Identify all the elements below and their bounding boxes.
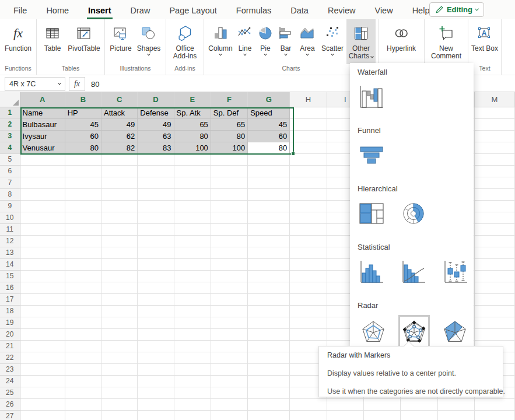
row-header[interactable]: 5 [0, 154, 20, 166]
cell[interactable] [174, 411, 211, 420]
cell[interactable] [290, 201, 327, 212]
row-header[interactable]: 27 [0, 411, 20, 420]
cell[interactable]: 49 [101, 119, 138, 131]
row-header[interactable]: 12 [0, 236, 20, 247]
cell[interactable] [248, 352, 290, 364]
cell[interactable] [248, 399, 290, 411]
cell[interactable] [65, 317, 101, 329]
cell[interactable] [20, 306, 65, 317]
cell[interactable] [290, 294, 327, 306]
cell[interactable] [211, 399, 248, 411]
cell[interactable] [211, 329, 248, 341]
cell[interactable] [20, 236, 65, 247]
cell[interactable] [248, 329, 290, 341]
cell[interactable] [290, 119, 327, 131]
cell[interactable] [65, 399, 101, 411]
cell[interactable] [20, 177, 65, 189]
cell[interactable] [174, 166, 211, 177]
pareto-chart-option[interactable] [400, 259, 428, 287]
row-header[interactable]: 13 [0, 247, 20, 259]
cell[interactable] [174, 341, 211, 352]
cell[interactable] [174, 154, 211, 166]
cell[interactable]: 82 [101, 142, 138, 154]
sunburst-chart-option[interactable] [400, 201, 428, 229]
cell[interactable]: 80 [65, 142, 101, 154]
cell[interactable] [65, 177, 101, 189]
scatter-chart-button[interactable]: Scatter [318, 19, 346, 64]
cell[interactable]: Sp. Atk [174, 107, 211, 119]
cell[interactable] [475, 142, 515, 154]
column-header[interactable]: B [65, 92, 101, 107]
tab-view[interactable]: View [373, 0, 394, 19]
cell[interactable] [20, 376, 65, 387]
cell[interactable] [290, 271, 327, 282]
cell[interactable] [138, 294, 174, 306]
row-header[interactable]: 20 [0, 329, 20, 341]
cell[interactable] [138, 329, 174, 341]
column-header[interactable]: G [248, 92, 290, 107]
pie-chart-button[interactable]: Pie [255, 19, 275, 64]
funnel-chart-option[interactable] [358, 142, 386, 170]
cell[interactable] [20, 411, 65, 420]
cell[interactable] [138, 341, 174, 352]
insert-function-button[interactable]: fx [69, 77, 85, 91]
cell[interactable] [138, 154, 174, 166]
row-header[interactable]: 9 [0, 201, 20, 212]
cell[interactable] [101, 294, 138, 306]
cell[interactable] [174, 387, 211, 399]
cell[interactable] [101, 271, 138, 282]
name-box[interactable]: 4R x 7C [5, 77, 65, 91]
cell[interactable] [248, 154, 290, 166]
cell[interactable] [211, 282, 248, 294]
row-header[interactable]: 8 [0, 189, 20, 201]
cell[interactable] [65, 271, 101, 282]
cell[interactable] [138, 177, 174, 189]
cell[interactable] [101, 364, 138, 376]
new-comment-button[interactable]: New Comment [427, 19, 465, 64]
tab-review[interactable]: Review [327, 0, 357, 19]
cell[interactable] [20, 154, 65, 166]
cell[interactable] [248, 201, 290, 212]
cell[interactable]: 63 [138, 131, 174, 142]
cell[interactable] [20, 224, 65, 236]
cell[interactable] [174, 224, 211, 236]
cell[interactable] [248, 294, 290, 306]
cell[interactable]: 60 [65, 131, 101, 142]
cell[interactable] [475, 201, 515, 212]
cell[interactable] [248, 411, 290, 420]
cell[interactable] [20, 329, 65, 341]
cell[interactable] [65, 236, 101, 247]
tab-file[interactable]: File [12, 0, 28, 19]
cell[interactable] [174, 399, 211, 411]
cell[interactable] [65, 189, 101, 201]
cell[interactable] [101, 212, 138, 224]
row-header[interactable]: 24 [0, 376, 20, 387]
formula-input[interactable]: 80 [91, 75, 99, 93]
cell[interactable] [20, 166, 65, 177]
cell[interactable]: 62 [101, 131, 138, 142]
cell[interactable] [20, 247, 65, 259]
cell[interactable]: 65 [211, 119, 248, 131]
cell[interactable]: 60 [248, 131, 290, 142]
cell[interactable] [174, 236, 211, 247]
cell[interactable] [290, 282, 327, 294]
cell[interactable] [475, 317, 515, 329]
cell[interactable] [20, 387, 65, 399]
cell[interactable] [211, 189, 248, 201]
cell[interactable] [138, 189, 174, 201]
cell[interactable] [65, 352, 101, 364]
cell[interactable] [138, 399, 174, 411]
cell[interactable] [248, 224, 290, 236]
cell[interactable] [174, 189, 211, 201]
cell[interactable]: 49 [138, 119, 174, 131]
waterfall-chart-option[interactable] [358, 84, 386, 112]
cell[interactable] [290, 131, 327, 142]
cell[interactable] [248, 306, 290, 317]
cell[interactable] [248, 376, 290, 387]
cell[interactable] [475, 177, 515, 189]
cell[interactable] [20, 352, 65, 364]
cell[interactable]: HP [65, 107, 101, 119]
cell[interactable] [290, 317, 327, 329]
cell[interactable] [65, 201, 101, 212]
cell[interactable] [101, 236, 138, 247]
